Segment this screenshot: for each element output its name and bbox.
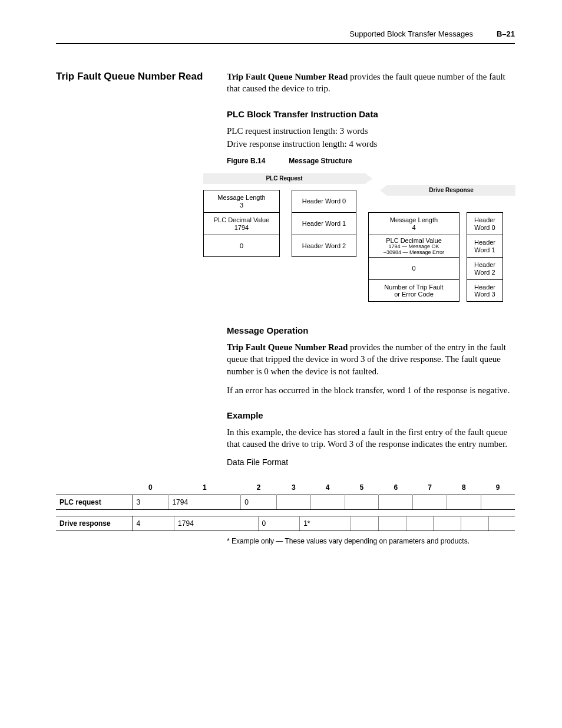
data-cell: 0 [258, 516, 300, 531]
col-head: 8 [447, 480, 481, 495]
cell-line: PLC Decimal Value [371, 237, 457, 244]
plc-subhead: PLC Block Transfer Instruction Data [227, 109, 515, 119]
col-header-row: 0 1 2 3 4 5 6 7 8 9 [56, 480, 515, 495]
plc-main-stack: Message Length 3 PLC Decimal Value 1794 … [203, 190, 280, 302]
table-row: Drive response 4 1794 0 1* [56, 516, 515, 531]
data-cell [277, 495, 311, 509]
resp-main-cell: 0 [368, 257, 459, 279]
data-cell [345, 495, 379, 509]
msgop-p2: If an error has occurred in the block tr… [227, 384, 515, 396]
table-row: PLC request 3 1794 0 [56, 495, 515, 509]
cell-line: Message Length [371, 216, 457, 223]
col-head: 9 [481, 480, 515, 495]
drive-response-table: Drive response 4 1794 0 1* [56, 516, 515, 531]
cell-line: PLC Decimal Value [206, 216, 277, 223]
resp-main-cell: PLC Decimal Value 1794 — Message OK –309… [368, 235, 459, 257]
example-paragraph: In this example, the device has stored a… [227, 426, 515, 450]
plc-line-1: PLC request instruction length: 3 words [227, 125, 515, 137]
data-cell: 1794 [174, 516, 258, 531]
col-head: 2 [241, 480, 277, 495]
data-cell [488, 516, 515, 531]
plc-hdr-cell: Header Word 2 [292, 235, 356, 257]
data-cell: 1794 [168, 495, 241, 509]
col-head: 3 [277, 480, 311, 495]
resp-hdr-cell: Header Word 0 [467, 212, 503, 235]
cell-line: 3 [206, 202, 277, 209]
col-head: 6 [379, 480, 413, 495]
page-number: B–21 [497, 29, 515, 38]
figure-title: Message Structure [289, 157, 352, 165]
data-cell [310, 495, 345, 509]
data-cell [413, 495, 447, 509]
msgop-p1: Trip Fault Queue Number Read provides th… [227, 341, 515, 377]
cell-line: 0 [206, 242, 277, 249]
intro-paragraph: Trip Fault Queue Number Read provides th… [227, 71, 515, 95]
plc-request-table: 0 1 2 3 4 5 6 7 8 9 PLC request 3 1794 0 [56, 480, 515, 510]
plc-hdr-cell: Header Word 1 [292, 212, 356, 235]
msgop-subhead: Message Operation [227, 325, 515, 335]
section-title: Trip Fault Queue Number Read [56, 71, 209, 83]
data-cell [379, 516, 406, 531]
data-cell [434, 516, 461, 531]
plc-header-stack: Header Word 0 Header Word 1 Header Word … [292, 190, 356, 302]
resp-header-stack: Header Word 0 Header Word 1 Header Word … [467, 212, 503, 302]
col-head [56, 480, 133, 495]
msgop-strong: Trip Fault Queue Number Read [227, 342, 348, 352]
col-head: 7 [413, 480, 447, 495]
data-cell [481, 495, 515, 509]
plc-main-cell: 0 [203, 235, 280, 257]
data-cell [406, 516, 434, 531]
intro-strong: Trip Fault Queue Number Read [227, 72, 348, 81]
cell-line: Number of Trip Fault [371, 284, 457, 291]
cell-line: 0 [371, 265, 457, 272]
resp-main-stack: Message Length 4 PLC Decimal Value 1794 … [368, 212, 459, 302]
data-cell [351, 516, 379, 531]
row-label: PLC request [56, 495, 133, 509]
data-cell [447, 495, 481, 509]
page-header: Supported Block Transfer Messages B–21 [56, 29, 515, 44]
figure-number: Figure B.14 [227, 157, 265, 165]
col-head: 0 [133, 480, 168, 495]
data-file-format-heading: Data File Format [227, 457, 515, 467]
col-head: 5 [345, 480, 379, 495]
resp-main-cell: Number of Trip Fault or Error Code [368, 279, 459, 302]
resp-main-cell: Message Length 4 [368, 212, 459, 235]
resp-hdr-cell: Header Word 3 [467, 279, 503, 302]
col-head: 1 [168, 480, 241, 495]
example-subhead: Example [227, 410, 515, 420]
data-cell [461, 516, 488, 531]
plc-main-cell: PLC Decimal Value 1794 [203, 212, 280, 235]
data-cell: 3 [133, 495, 168, 509]
data-cell: 0 [241, 495, 277, 509]
plc-main-cell: Message Length 3 [203, 190, 280, 212]
data-cell [379, 495, 413, 509]
resp-hdr-cell: Header Word 1 [467, 235, 503, 257]
drive-response-arrow: Drive Response [387, 185, 515, 196]
data-cell: 4 [133, 516, 174, 531]
cell-line: 1794 [206, 224, 277, 231]
figure-caption: Figure B.14Message Structure [227, 157, 515, 165]
plc-hdr-cell: Header Word 0 [292, 190, 356, 212]
running-head: Supported Block Transfer Messages [349, 29, 473, 38]
cell-line: 4 [371, 224, 457, 231]
col-head: 4 [310, 480, 345, 495]
plc-line-2: Drive response instruction length: 4 wor… [227, 138, 515, 150]
message-structure-diagram: PLC Request Drive Response Message Lengt… [203, 173, 515, 302]
data-cell: 1* [300, 516, 351, 531]
cell-line: or Error Code [371, 291, 457, 298]
resp-hdr-cell: Header Word 2 [467, 257, 503, 279]
row-label: Drive response [56, 516, 133, 531]
plc-request-arrow: PLC Request [203, 173, 365, 184]
cell-line: Message Length [206, 194, 277, 201]
data-tables: 0 1 2 3 4 5 6 7 8 9 PLC request 3 1794 0 [56, 480, 515, 545]
table-footnote: * Example only — These values vary depen… [227, 537, 515, 545]
cell-subline: –30984 — Message Error [371, 250, 457, 256]
